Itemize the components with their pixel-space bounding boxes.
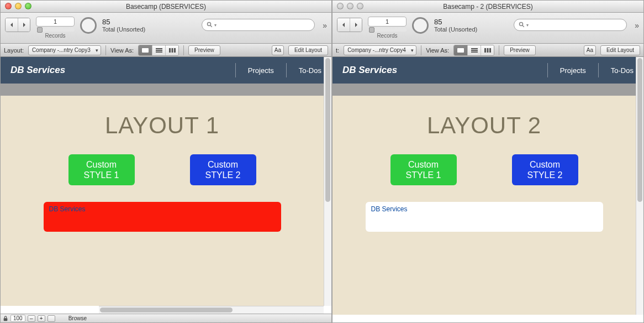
field-value: DB Services <box>371 205 408 213</box>
record-number-field[interactable]: 1 <box>36 17 75 27</box>
next-record-button[interactable] <box>350 18 362 32</box>
scrollbar-thumb[interactable] <box>100 308 233 312</box>
toolbar-overflow-icon[interactable]: » <box>635 21 639 30</box>
vertical-scrollbar[interactable] <box>324 57 331 306</box>
svg-rect-9 <box>4 318 8 321</box>
scrollbar-thumb[interactable] <box>637 58 642 202</box>
record-slider-bar[interactable] <box>368 28 407 32</box>
view-table-button[interactable] <box>165 45 178 55</box>
layout-dropdown[interactable]: Company -...ntry Copy4 <box>344 45 416 55</box>
preview-label: Preview <box>510 47 530 53</box>
record-slider: 1 Records <box>36 17 75 39</box>
view-form-button[interactable] <box>454 45 467 55</box>
total-label: Total (Unsorted) <box>102 26 145 33</box>
status-toggle-button[interactable] <box>47 315 55 322</box>
app-header: DB Services Projects To-Dos <box>1 57 331 84</box>
close-icon[interactable] <box>337 3 344 9</box>
content-area: DB Services Projects To-Dos LAYOUT 1 Cus… <box>1 57 331 314</box>
divider <box>235 63 236 77</box>
slider-thumb-icon[interactable] <box>37 27 43 33</box>
record-count: 85 Total (Unsorted) <box>102 18 145 33</box>
custom-style-1-button[interactable]: Custom STYLE 1 <box>68 154 135 185</box>
next-record-button[interactable] <box>18 18 30 32</box>
vertical-scrollbar[interactable] <box>636 57 643 315</box>
btn-label: Custom <box>530 159 560 170</box>
close-icon[interactable] <box>5 3 12 9</box>
zoom-icon[interactable] <box>357 3 363 9</box>
chevron-down-icon: ▾ <box>526 23 529 28</box>
quick-find-input[interactable]: ▾ <box>202 19 315 31</box>
zoom-in-button[interactable]: + <box>38 315 45 322</box>
zoom-level[interactable]: 100 <box>10 315 25 322</box>
scroll-viewport: DB Services Projects To-Dos LAYOUT 2 Cus… <box>332 57 643 322</box>
formatting-button[interactable]: Aa <box>272 45 284 55</box>
svg-rect-5 <box>156 51 162 53</box>
preview-button[interactable]: Preview <box>504 45 536 55</box>
svg-rect-7 <box>171 48 173 53</box>
zoom-out-button[interactable]: – <box>28 315 35 322</box>
aa-icon: Aa <box>275 47 281 53</box>
btn-label: STYLE 1 <box>83 170 119 180</box>
nav-todos[interactable]: To-Dos <box>299 66 321 75</box>
formatting-button[interactable]: Aa <box>584 45 596 55</box>
svg-rect-3 <box>156 48 162 49</box>
prev-record-button[interactable] <box>6 18 18 32</box>
view-form-button[interactable] <box>139 45 152 55</box>
brand-logo: DB Services <box>342 65 397 76</box>
nav-projects[interactable]: Projects <box>248 66 274 75</box>
records-label: Records <box>377 33 397 39</box>
titlebar[interactable]: Basecamp (DBSERVICES) <box>1 1 331 13</box>
prev-record-button[interactable] <box>337 18 350 32</box>
custom-style-2-button[interactable]: Custom STYLE 2 <box>512 154 578 185</box>
record-slider-bar[interactable] <box>36 28 75 32</box>
scrollbar-thumb[interactable] <box>325 58 330 202</box>
found-set-pie-icon[interactable] <box>412 17 429 34</box>
divider <box>598 63 599 77</box>
record-number-field[interactable]: 1 <box>368 17 407 27</box>
svg-line-11 <box>522 25 524 27</box>
record-number-value: 1 <box>386 18 389 25</box>
svg-line-1 <box>210 25 212 27</box>
custom-style-2-button[interactable]: Custom STYLE 2 <box>190 154 256 185</box>
horizontal-scrollbar[interactable] <box>99 306 324 314</box>
nav-todos[interactable]: To-Dos <box>611 66 634 75</box>
record-nav <box>5 18 30 32</box>
slider-thumb-icon[interactable] <box>369 27 374 33</box>
preview-label: Preview <box>194 47 214 53</box>
toolbar: 1 Records 85 Total (Unsorted) ▾ » <box>1 13 331 44</box>
svg-rect-13 <box>471 48 478 49</box>
quick-find-input[interactable]: ▾ <box>514 19 627 31</box>
titlebar[interactable]: Basecamp - 2 (DBSERVICES) <box>332 1 643 13</box>
total-label: Total (Unsorted) <box>434 26 477 33</box>
toolbar-overflow-icon[interactable]: » <box>323 21 327 30</box>
view-list-button[interactable] <box>467 45 481 55</box>
minimize-icon[interactable] <box>347 3 353 9</box>
minimize-icon[interactable] <box>15 3 22 9</box>
records-label: Records <box>45 33 65 39</box>
lock-icon[interactable] <box>3 316 8 321</box>
divider <box>547 63 548 77</box>
zoom-value: 100 <box>13 315 23 321</box>
company-field[interactable]: DB Services <box>44 202 281 232</box>
custom-style-1-button[interactable]: Custom STYLE 1 <box>390 154 457 185</box>
view-list-button[interactable] <box>152 45 165 55</box>
edit-layout-button[interactable]: Edit Layout <box>600 45 640 55</box>
layout-dropdown[interactable]: Company -...ntry Copy3 <box>28 45 101 55</box>
field-value: DB Services <box>49 205 86 213</box>
divider <box>286 63 287 77</box>
nav-projects[interactable]: Projects <box>560 66 586 75</box>
svg-rect-6 <box>169 48 171 53</box>
layout-label: t: <box>336 47 339 54</box>
svg-point-10 <box>520 23 523 26</box>
found-set-pie-icon[interactable] <box>80 17 97 34</box>
nav-links: Projects To-Dos <box>547 63 634 77</box>
company-field[interactable]: DB Services <box>366 202 603 232</box>
preview-button[interactable]: Preview <box>188 45 220 55</box>
layout-dropdown-value: Company -...ntry Copy3 <box>32 47 91 53</box>
zoom-icon[interactable] <box>25 3 31 9</box>
search-icon <box>519 22 525 28</box>
edit-layout-label: Edit Layout <box>294 47 322 53</box>
nav-links: Projects To-Dos <box>235 63 321 77</box>
edit-layout-button[interactable]: Edit Layout <box>288 45 328 55</box>
view-table-button[interactable] <box>481 45 494 55</box>
